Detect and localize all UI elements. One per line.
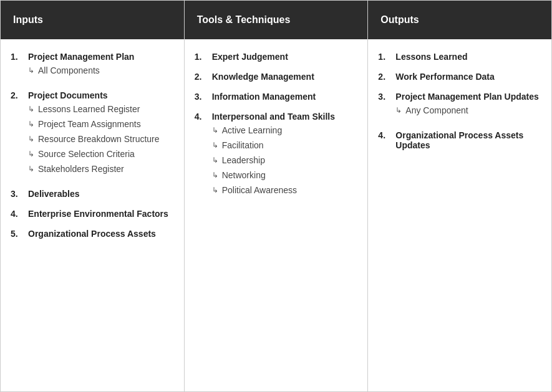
outputs-header: Outputs [368,1,551,39]
arrow-icon: ↳ [212,186,218,194]
item-number: 1. [378,52,390,62]
list-item: 5.Organizational Process Assets [11,229,174,239]
item-label: Organizational Process Assets Updates [395,130,523,150]
sub-list-item: ↳Facilitation [212,140,358,150]
list-item: 4.Enterprise Environmental Factors [11,209,174,219]
arrow-icon: ↳ [212,126,218,135]
column-outputs: Outputs1.Lessons Learned2.Work Performan… [368,1,551,391]
main-container: Inputs1.Project Management Plan↳All Comp… [0,0,552,392]
list-item: 2.Project Documents↳Lessons Learned Regi… [11,90,174,179]
arrow-icon: ↳ [28,165,34,173]
item-content: Project Management Plan Updates↳Any Comp… [395,92,541,120]
sub-item-label: Project Team Assignments [38,119,141,129]
item-number: 3. [378,92,390,102]
sub-list-item: ↳Any Component [395,105,541,115]
item-content: Enterprise Environmental Factors [28,209,174,219]
sub-list-item: ↳Active Learning [212,125,358,135]
item-label: Deliverables [28,189,80,199]
item-label: Project Management Plan [28,52,134,62]
item-content: Project Management Plan↳All Components [28,52,174,80]
item-content: Deliverables [28,189,174,199]
sub-item-label: Resource Breakdown Structure [38,134,160,144]
sub-list-item: ↳Stakeholders Register [28,164,174,174]
arrow-icon: ↳ [28,135,34,143]
sub-list-item: ↳Networking [212,170,358,180]
item-label: Project Management Plan Updates [395,92,539,102]
tools-header: Tools & Techniques [185,1,368,39]
sub-item-label: Any Component [405,105,468,115]
item-content: Organizational Process Assets Updates [395,130,541,150]
arrow-icon: ↳ [28,66,34,75]
item-content: Organizational Process Assets [28,229,174,239]
item-number: 4. [11,209,23,219]
list-item: 1.Project Management Plan↳All Components [11,52,174,80]
item-content: Work Performance Data [395,72,541,82]
item-content: Knowledge Management [212,72,358,82]
sub-item-label: Networking [222,170,266,180]
item-number: 3. [195,92,207,102]
item-label: Project Documents [28,90,108,100]
column-inputs: Inputs1.Project Management Plan↳All Comp… [1,1,185,391]
sub-list-item: ↳Source Selection Criteria [28,149,174,159]
item-label: Information Management [212,92,316,102]
item-number: 1. [11,52,23,62]
column-tools: Tools & Techniques1.Expert Judgement2.Kn… [185,1,369,391]
item-label: Work Performance Data [395,72,494,82]
list-item: 3.Information Management [195,92,358,102]
item-content: Interpersonal and Team Skills↳Active Lea… [212,112,358,200]
list-item: 1.Expert Judgement [195,52,358,62]
arrow-icon: ↳ [28,120,34,128]
item-content: Information Management [212,92,358,102]
sub-item-label: Political Awareness [222,185,297,195]
item-number: 4. [195,112,207,122]
item-label: Knowledge Management [212,72,314,82]
arrow-icon: ↳ [28,150,34,158]
item-number: 4. [378,130,390,140]
item-label: Expert Judgement [212,52,288,62]
arrow-icon: ↳ [28,105,34,113]
sub-item-label: Lessons Learned Register [38,104,140,114]
list-item: 2.Work Performance Data [378,72,541,82]
inputs-body: 1.Project Management Plan↳All Components… [1,39,184,391]
item-number: 2. [195,72,207,82]
sub-item-label: Leadership [222,155,265,165]
item-number: 3. [11,189,23,199]
sub-list-item: ↳Lessons Learned Register [28,104,174,114]
list-item: 1.Lessons Learned [378,52,541,62]
sub-list-item: ↳Political Awareness [212,185,358,195]
item-label: Organizational Process Assets [28,229,156,239]
sub-list-item: ↳Leadership [212,155,358,165]
item-label: Interpersonal and Team Skills [212,112,335,122]
item-label: Lessons Learned [395,52,467,62]
outputs-body: 1.Lessons Learned2.Work Performance Data… [368,39,551,391]
arrow-icon: ↳ [395,106,402,115]
tools-body: 1.Expert Judgement2.Knowledge Management… [185,39,368,391]
item-content: Project Documents↳Lessons Learned Regist… [28,90,174,179]
item-label: Enterprise Environmental Factors [28,209,168,219]
sub-item-label: Active Learning [222,125,283,135]
sub-item-label: Stakeholders Register [38,164,124,174]
item-number: 2. [11,90,23,100]
sub-list-item: ↳All Components [28,65,174,75]
sub-list-item: ↳Project Team Assignments [28,119,174,129]
list-item: 3.Project Management Plan Updates↳Any Co… [378,92,541,120]
list-item: 4.Interpersonal and Team Skills↳Active L… [195,112,358,200]
list-item: 4.Organizational Process Assets Updates [378,130,541,150]
arrow-icon: ↳ [212,141,218,150]
item-content: Lessons Learned [395,52,541,62]
sub-item-label: Source Selection Criteria [38,149,135,159]
item-number: 2. [378,72,390,82]
item-number: 1. [195,52,207,62]
item-number: 5. [11,229,23,239]
inputs-header: Inputs [1,1,184,39]
sub-item-label: All Components [38,65,100,75]
sub-item-label: Facilitation [222,140,264,150]
arrow-icon: ↳ [212,171,218,179]
list-item: 2.Knowledge Management [195,72,358,82]
arrow-icon: ↳ [212,156,218,165]
item-content: Expert Judgement [212,52,358,62]
list-item: 3.Deliverables [11,189,174,199]
sub-list-item: ↳Resource Breakdown Structure [28,134,174,144]
